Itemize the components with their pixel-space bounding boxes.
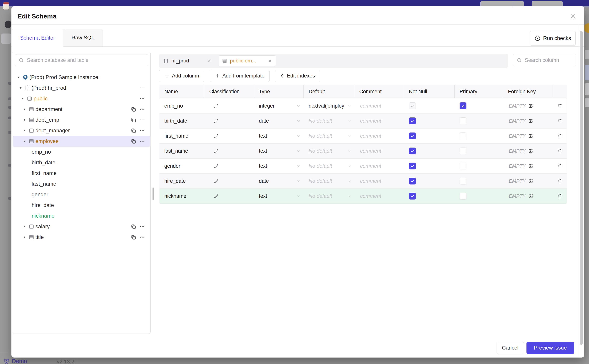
not-null-checkbox[interactable] [409,193,416,200]
default-select[interactable]: nextval('employ [304,98,354,113]
primary-checkbox[interactable] [460,102,466,109]
copy-icon[interactable] [129,234,138,240]
more-actions-icon[interactable] [138,107,147,112]
delete-column-icon[interactable] [557,133,563,139]
more-actions-icon[interactable] [138,139,147,144]
tree-item-column-hire-date[interactable]: hire_date [12,200,151,211]
type-select[interactable]: text [254,159,304,173]
more-actions-icon[interactable] [138,85,147,91]
type-select[interactable]: text [254,143,304,158]
default-select[interactable]: No default [304,159,354,173]
column-name[interactable]: birth_date [159,113,204,128]
not-null-checkbox[interactable] [409,132,416,139]
delete-column-icon[interactable] [557,178,563,184]
delete-column-icon[interactable] [557,103,563,109]
column-name[interactable]: emp_no [159,98,204,113]
editor-tab-database[interactable]: hr_prod [163,58,214,64]
tree-item-column-emp-no[interactable]: emp_no [12,147,151,157]
edit-foreign-key-icon[interactable] [528,133,534,139]
column-name[interactable]: gender [159,159,204,173]
tree-item-column-last-name[interactable]: last_name [12,179,151,189]
tree-item-instance[interactable]: (Prod) Prod Sample Instance [12,72,151,83]
primary-checkbox[interactable] [460,193,466,200]
not-null-checkbox[interactable] [409,178,416,184]
not-null-checkbox[interactable] [409,162,416,169]
tab-raw-sql[interactable]: Raw SQL [63,29,103,46]
not-null-checkbox[interactable] [409,117,416,124]
copy-icon[interactable] [129,106,138,112]
caret-down-icon[interactable] [20,97,26,100]
column-name[interactable]: last_name [159,143,204,158]
tree-item-database[interactable]: (Prod) hr_prod [12,83,151,93]
primary-checkbox[interactable] [460,117,466,124]
pencil-icon[interactable] [214,149,219,154]
default-select[interactable]: No default [304,113,354,128]
edit-foreign-key-icon[interactable] [528,118,534,124]
caret-down-icon[interactable] [18,87,23,89]
more-actions-icon[interactable] [138,117,147,123]
edit-foreign-key-icon[interactable] [528,103,534,109]
close-icon[interactable] [569,13,577,20]
tree-item-column-nickname[interactable]: nickname [12,211,151,221]
more-actions-icon[interactable] [138,96,147,101]
type-select[interactable]: text [254,129,304,143]
tree-item-table-dept-manager[interactable]: dept_manager [12,125,151,136]
tree-item-schema-public[interactable]: public [12,93,151,104]
column-name[interactable]: nickname [159,189,204,203]
comment-input[interactable]: comment [354,174,404,188]
comment-input[interactable]: comment [354,159,404,173]
tree-item-table-department[interactable]: department [12,104,151,115]
more-actions-icon[interactable] [138,234,147,240]
comment-input[interactable]: comment [354,98,404,113]
more-actions-icon[interactable] [138,128,147,133]
edit-indexes-button[interactable]: Edit indexes [275,70,320,82]
caret-down-icon[interactable] [22,140,27,143]
copy-icon[interactable] [129,138,138,144]
caret-down-icon[interactable] [16,76,21,79]
add-from-template-button[interactable]: Add from template [210,70,270,82]
copy-icon[interactable] [129,224,138,229]
tree-item-column-first-name[interactable]: first_name [12,168,151,179]
type-select[interactable]: text [254,189,304,203]
primary-checkbox[interactable] [460,178,466,184]
preview-issue-button[interactable]: Preview issue [527,342,574,354]
panel-resize-handle[interactable] [152,188,154,200]
caret-right-icon[interactable] [22,119,27,121]
column-search-input[interactable] [524,57,572,63]
editor-tab-table[interactable]: public.em... [219,55,276,66]
delete-column-icon[interactable] [557,148,563,154]
type-select[interactable]: date [254,113,304,128]
caret-right-icon[interactable] [22,108,27,110]
primary-checkbox[interactable] [460,148,466,154]
delete-column-icon[interactable] [557,118,563,124]
edit-foreign-key-icon[interactable] [528,148,534,154]
edit-foreign-key-icon[interactable] [528,178,534,184]
close-tab-icon[interactable] [268,59,273,63]
default-select[interactable]: No default [304,174,354,188]
copy-icon[interactable] [129,117,138,123]
pencil-icon[interactable] [214,103,219,109]
column-name[interactable]: first_name [159,129,204,143]
tree-search-input[interactable] [27,57,145,63]
caret-right-icon[interactable] [22,129,27,132]
caret-right-icon[interactable] [22,225,27,228]
tree-item-column-birth-date[interactable]: birth_date [12,157,151,168]
pencil-icon[interactable] [214,194,219,199]
default-select[interactable]: No default [304,129,354,143]
delete-column-icon[interactable] [557,163,563,169]
comment-input[interactable]: comment [354,189,404,203]
add-column-button[interactable]: Add column [159,70,204,82]
run-checks-button[interactable]: Run checks [530,31,576,46]
column-name[interactable]: hire_date [159,174,204,188]
pencil-icon[interactable] [214,118,219,124]
edit-foreign-key-icon[interactable] [528,163,534,169]
cancel-button[interactable]: Cancel [496,342,524,354]
default-select[interactable]: No default [304,189,354,203]
comment-input[interactable]: comment [354,143,404,158]
copy-icon[interactable] [129,128,138,133]
tree-item-table-salary[interactable]: salary [12,221,151,232]
edit-foreign-key-icon[interactable] [528,193,534,199]
delete-column-icon[interactable] [557,193,563,199]
primary-checkbox[interactable] [460,162,466,169]
comment-input[interactable]: comment [354,113,404,128]
